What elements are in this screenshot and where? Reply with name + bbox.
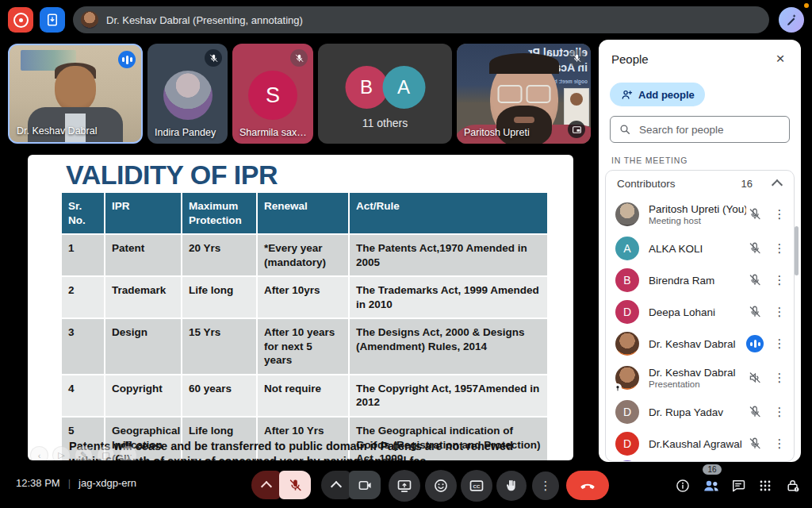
captions-icon: CC	[469, 478, 485, 494]
raise-hand-button[interactable]	[496, 471, 527, 501]
notification-dot	[804, 3, 809, 8]
speaking-indicator-icon	[118, 51, 136, 68]
avatar	[615, 202, 639, 226]
contributors-header[interactable]: Contributors 16	[606, 171, 794, 196]
more-options-icon[interactable]: ⋮	[772, 371, 787, 385]
time-and-code: 12:38 PM | jag-xdgp-ern	[16, 477, 136, 489]
avatar	[615, 332, 639, 356]
reactions-button[interactable]	[425, 470, 457, 502]
presenter-chip[interactable]: Dr. Keshav Dabral (Presenting, annotatin…	[73, 6, 769, 33]
cell: Not require	[258, 374, 350, 416]
video-tile-sharmila[interactable]: S Sharmila sax…	[232, 44, 313, 144]
presenter-avatar	[81, 11, 98, 29]
picture-in-picture-icon[interactable]	[568, 121, 585, 138]
more-options-icon[interactable]: ⋮	[772, 273, 787, 287]
tile-name: Indira Pandey	[155, 127, 216, 138]
more-options-icon[interactable]: ⋮	[772, 241, 787, 256]
more-options-icon[interactable]: ⋮	[772, 207, 787, 221]
cell: After 10yrs	[258, 275, 350, 318]
meeting-code: jag-xdgp-ern	[79, 477, 136, 489]
info-icon	[675, 478, 691, 494]
cell: The Patents Act,1970 Amended in 2005	[350, 233, 547, 275]
avatar-initial: S	[248, 71, 297, 120]
more-options-icon[interactable]: ⋮	[772, 405, 787, 419]
more-options-icon[interactable]: ⋮	[772, 337, 787, 351]
tile-name: Dr. Keshav Dabral	[17, 125, 97, 137]
add-people-button[interactable]: Add people	[610, 83, 705, 106]
more-options-icon[interactable]: ⋮	[772, 305, 787, 319]
search-input[interactable]	[638, 123, 781, 137]
captions-button[interactable]: CC	[461, 470, 492, 502]
end-call-button[interactable]	[566, 471, 609, 500]
scrollbar-thumb[interactable]	[795, 226, 799, 275]
video-tile-keshav[interactable]: Dr. Keshav Dabral	[8, 44, 143, 144]
col-header: Sr. No.	[62, 193, 105, 233]
video-tile-paritosh[interactable]: ellectual Pr in Aca- oogle meet: https:/…	[457, 44, 591, 144]
search-box[interactable]	[610, 116, 790, 143]
more-options-icon[interactable]: ⋮	[772, 437, 787, 451]
annotation-pen-button[interactable]	[779, 7, 804, 33]
mic-off-icon	[746, 207, 764, 221]
notes-capture-button[interactable]	[40, 7, 65, 33]
participant-name: Dr. Rupa Yadav	[649, 406, 746, 418]
cell: Patent	[105, 233, 182, 275]
cell: Life long	[182, 275, 258, 318]
mic-off-icon	[746, 305, 764, 319]
close-icon[interactable]: ×	[769, 48, 791, 70]
apps-grid-icon	[757, 478, 773, 494]
meeting-details-button[interactable]	[672, 475, 693, 496]
activities-button[interactable]	[755, 475, 776, 496]
chevron-up-icon	[772, 179, 783, 190]
avatar-initial: D	[615, 400, 639, 424]
person-hair	[489, 53, 559, 74]
person-mouth	[514, 117, 534, 123]
people-panel: People × Add people IN THE MEETING Contr…	[599, 40, 801, 462]
pen-tool-button[interactable]: ✎	[75, 446, 93, 460]
table-row: 2 Trademark Life long After 10yrs The Tr…	[62, 275, 547, 318]
mic-off-icon	[746, 405, 764, 419]
person-head	[55, 66, 96, 112]
present-screen-button[interactable]	[389, 470, 420, 502]
participant-name: ALKA KOLI	[649, 243, 746, 255]
present-icon	[396, 478, 412, 494]
cell: Copyright	[105, 374, 182, 416]
mic-toggle-button[interactable]	[279, 471, 311, 499]
person-add-icon	[620, 88, 634, 102]
participant-name: Deepa Lohani	[649, 306, 746, 318]
people-button[interactable]	[701, 475, 722, 496]
avatar-initial: D	[615, 432, 639, 456]
recording-indicator-button[interactable]	[8, 7, 33, 33]
mic-off-icon	[290, 49, 308, 67]
participant-row: B Birendra Ram ⋮	[606, 264, 794, 296]
col-header: IPR	[105, 193, 182, 233]
camera-toggle-button[interactable]	[349, 471, 381, 499]
camera-options-button[interactable]	[321, 471, 350, 499]
col-header: Renewal	[258, 193, 350, 233]
bottom-control-bar: 12:38 PM | jag-xdgp-ern CC ⋮ 16	[0, 462, 812, 508]
participant-row: Dr. Keshav Dabral Presentation ⋮	[606, 360, 794, 396]
more-controls-button[interactable]: ⋮	[532, 471, 559, 500]
more-tools-button[interactable]: ⋯	[119, 446, 137, 460]
chat-button[interactable]	[728, 475, 749, 496]
cell: The Copyright Act, 1957Amended in 2012	[350, 374, 547, 416]
doc-download-icon	[45, 13, 59, 27]
participant-name: Dr. Keshav Dabral	[649, 338, 746, 350]
smiley-icon	[433, 478, 449, 494]
back-button[interactable]: ‹	[30, 446, 48, 460]
shape-tool-button[interactable]: ▢	[97, 446, 115, 460]
participant-row: D Deepa Lohani ⋮	[606, 296, 794, 328]
col-header: Act/Rule	[350, 193, 547, 233]
video-tile-others[interactable]: B A 11 others	[318, 44, 452, 144]
host-controls-button[interactable]	[783, 475, 803, 496]
cell: After 10 years for next 5 years	[258, 318, 350, 374]
hand-icon	[504, 479, 519, 494]
mic-options-button[interactable]	[251, 471, 281, 499]
video-tile-indira[interactable]: Indira Pandey	[147, 44, 228, 144]
top-bar: Dr. Keshav Dabral (Presenting, annotatin…	[0, 0, 812, 40]
presenter-label: Dr. Keshav Dabral (Presenting, annotatin…	[106, 14, 303, 26]
play-button[interactable]: ▷	[52, 446, 71, 460]
slide-footer-note: Patents will cease and be transferred to…	[69, 439, 545, 460]
svg-text:CC: CC	[473, 483, 481, 489]
participant-subtitle: Presentation	[649, 379, 746, 389]
others-count-label: 11 others	[318, 117, 452, 129]
